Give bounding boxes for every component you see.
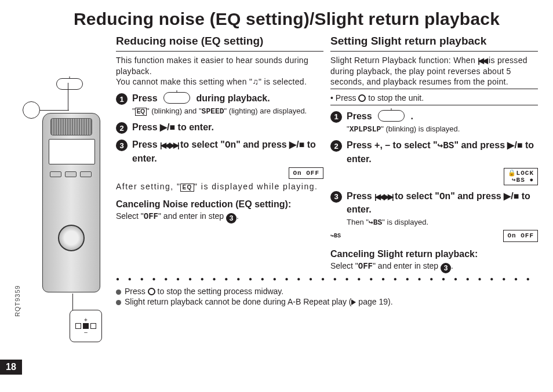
top-toggle-icon [56, 78, 83, 90]
lcd-row: ↪BS On OFF [330, 230, 538, 242]
text: " is displayed while playing. [194, 182, 318, 191]
on-icon: On [439, 192, 450, 202]
text: You cannot make this setting when " [116, 77, 252, 86]
text: After setting, " [116, 182, 180, 191]
callout-line [40, 110, 69, 111]
lcd-display: On OFF [503, 230, 538, 242]
divider [330, 51, 538, 52]
play-icon [83, 323, 89, 329]
step-number-2: 2 [116, 122, 128, 134]
text: to select " [178, 140, 225, 149]
left-step-2: 2 Press ▶/■ to enter. [116, 121, 323, 134]
callout-line-vertical [68, 83, 68, 111]
left-step-3: 3 Press |◀◀, ▶▶| to select "On" and pres… [116, 138, 323, 164]
eq-icon: EQ [180, 184, 194, 192]
col-right: Setting Slight return playback Slight Re… [330, 34, 538, 273]
control-row [75, 323, 96, 329]
left-intro-2: You cannot make this setting when "♫" is… [116, 76, 323, 87]
left-intro-1: This function makes it easier to hear so… [116, 55, 323, 77]
bullet-icon [116, 290, 121, 295]
text: Press +, – to select " [347, 140, 438, 150]
page-number: 18 [0, 360, 22, 375]
text: Press [132, 93, 158, 103]
col-left: Reducing noise (EQ setting) This functio… [116, 34, 323, 273]
text: " and enter in step [158, 211, 226, 221]
lcd-line: ↪BS ● [508, 177, 534, 184]
step-ref-3: 3 [226, 213, 237, 224]
step-title: Press +, – to select "↪BS" and press ▶/■… [347, 139, 538, 165]
left-after: After setting, "EQ" is displayed while p… [116, 181, 323, 192]
text: Then " [347, 218, 369, 226]
lcd-display: 🔒LOCK ↪BS ● [504, 168, 538, 185]
left-cancel-text: Select "OFF" and enter in step 3. [116, 211, 323, 224]
right-cancel-head: Canceling Slight return playback: [330, 248, 538, 261]
step-number-2: 2 [330, 140, 342, 152]
text: Select " [330, 261, 358, 270]
step-title: Press |◀◀, ▶▶| to select "On" and press … [347, 190, 538, 216]
step-number-3: 3 [116, 140, 128, 151]
text: Press [347, 111, 372, 121]
text: to stop the setting process midway. [155, 287, 284, 296]
text: to select " [392, 191, 439, 201]
off-icon: OFF [144, 212, 158, 221]
text: " (blinking) and " [147, 107, 202, 115]
rewind-fwd-icon: |◀◀, ▶▶| [374, 192, 392, 202]
toggle-button-icon [163, 92, 190, 104]
bs-icon: ↪BS [369, 218, 382, 227]
minus-icon: – [84, 329, 88, 335]
lcd-display: On OFF [289, 167, 323, 179]
document-code: RQT9359 [14, 285, 21, 317]
step-desc: "XPLPSLP" (blinking) is displayed. [347, 124, 538, 135]
text: Slight return playback cannot be done du… [125, 297, 351, 306]
rewind-icon: |◀◀ [478, 56, 486, 66]
step-title: Press . [347, 110, 538, 123]
right-heading: Setting Slight return playback [330, 34, 538, 49]
bs-icon: ↪BS [438, 141, 454, 151]
right-step-3: 3 Press |◀◀, ▶▶| to select "On" and pres… [330, 190, 538, 228]
divider [330, 89, 538, 89]
rewind-icon: |◀◀, ▶▶| [160, 140, 178, 151]
text: . [451, 261, 453, 270]
text: page 19). [356, 297, 392, 306]
divider [330, 105, 538, 105]
note-2: Slight return playback cannot be done du… [116, 297, 539, 306]
text: " (lighting) are displayed. [224, 107, 307, 115]
on-icon: On [225, 140, 236, 151]
off-icon: OFF [358, 262, 373, 271]
divider [116, 51, 323, 52]
bs-side-icon: ↪BS [330, 232, 341, 240]
recorder-center-button [58, 225, 85, 251]
lcd-line: 🔒LOCK [508, 170, 534, 177]
plus-icon: + [84, 317, 88, 323]
xplpslp-icon: XPLPSLP [350, 125, 381, 134]
manual-page: Reducing noise (EQ setting)/Slight retur… [0, 0, 553, 392]
text: . [411, 111, 413, 121]
text: Select " [116, 211, 144, 221]
fwd-icon [90, 323, 96, 329]
rew-icon [75, 323, 81, 329]
stop-circle-icon [358, 94, 366, 102]
text: Slight Return Playback function: When [330, 56, 478, 65]
step-desc: Then "↪BS" is displayed. [347, 217, 538, 228]
text: " is displayed. [382, 218, 428, 226]
step-title: Press ▶/■ to enter. [132, 121, 323, 134]
step-number-1: 1 [116, 93, 128, 105]
lcd-row: 🔒LOCK ↪BS ● [330, 168, 538, 185]
page-title: Reducing noise (EQ setting)/Slight retur… [0, 6, 539, 34]
text: Press [336, 93, 359, 102]
right-cancel-text: Select "OFF" and enter in step 3. [330, 261, 538, 273]
recorder-button-row [50, 171, 92, 177]
text: to stop the unit. [366, 93, 424, 102]
right-step-2: 2 Press +, – to select "↪BS" and press ▶… [330, 139, 538, 165]
right-step-1: 1 Press . "XPLPSLP" (blinking) is displa… [330, 110, 538, 134]
step-title: Press |◀◀, ▶▶| to select "On" and press … [132, 138, 323, 164]
note-1: Press to stop the setting process midway… [116, 287, 539, 296]
step-ref-3: 3 [441, 263, 451, 273]
step-title: Press during playback. [132, 92, 323, 105]
music-icon: ♫ [252, 77, 259, 86]
recorder-screen [49, 139, 95, 164]
text: Press [132, 140, 160, 149]
text: during playback. [197, 93, 270, 103]
stop-circle-icon [148, 288, 155, 295]
step-number-3: 3 [330, 191, 342, 203]
